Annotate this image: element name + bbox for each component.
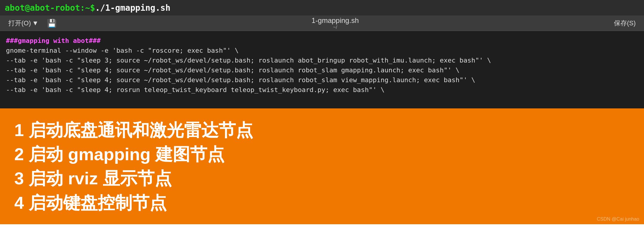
code-line-2: --tab -e 'bash -c "sleep 3; source ~/rob… bbox=[6, 55, 638, 65]
open-label: 打开(O) bbox=[8, 19, 31, 28]
terminal-prompt: abot@abot-robot:~$ bbox=[5, 3, 95, 13]
save-icon[interactable]: 💾 bbox=[45, 18, 59, 29]
code-editor[interactable]: ###gmapping with abot### gnome-terminal … bbox=[0, 31, 644, 108]
annotation-area: 1 启动底盘通讯和激光雷达节点 2 启动 gmapping 建图节点 3 启动 … bbox=[0, 108, 644, 224]
code-line-comment: ###gmapping with abot### bbox=[6, 36, 638, 46]
toolbar-left: 打开(O) ▼ 💾 bbox=[6, 18, 59, 29]
annotation-item-1: 1 启动底盘通讯和激光雷达节点 bbox=[14, 118, 630, 142]
code-line-4: --tab -e 'bash -c "sleep 4; source ~/rob… bbox=[6, 75, 638, 85]
annotation-item-4: 4 启动键盘控制节点 bbox=[14, 191, 630, 215]
code-line-3: --tab -e 'bash -c "sleep 4; source ~/rob… bbox=[6, 65, 638, 75]
terminal-command: ./1-gmapping.sh bbox=[95, 3, 170, 13]
save-button[interactable]: 保存(S) bbox=[612, 18, 638, 29]
editor-toolbar: 打开(O) ▼ 💾 1-gmapping.sh ~/ 保存(S) bbox=[0, 15, 644, 31]
annotation-item-2: 2 启动 gmapping 建图节点 bbox=[14, 142, 630, 166]
code-line-1: gnome-terminal --window -e 'bash -c "ros… bbox=[6, 46, 638, 55]
code-line-5: --tab -e 'bash -c "sleep 4; rosrun teleo… bbox=[6, 85, 638, 95]
editor-filename: 1-gmapping.sh bbox=[311, 16, 359, 24]
open-menu[interactable]: 打开(O) ▼ bbox=[6, 18, 41, 29]
annotation-item-3: 3 启动 rviz 显示节点 bbox=[14, 166, 630, 190]
editor-subtitle: ~/ bbox=[59, 25, 612, 30]
terminal-title-bar: abot@abot-robot:~$ ./1-gmapping.sh bbox=[0, 0, 644, 15]
open-arrow: ▼ bbox=[32, 19, 39, 27]
save-label: 保存(S) bbox=[614, 19, 636, 27]
editor-title: 1-gmapping.sh ~/ bbox=[59, 16, 612, 30]
watermark: CSDN @Cai junhao bbox=[597, 216, 639, 222]
